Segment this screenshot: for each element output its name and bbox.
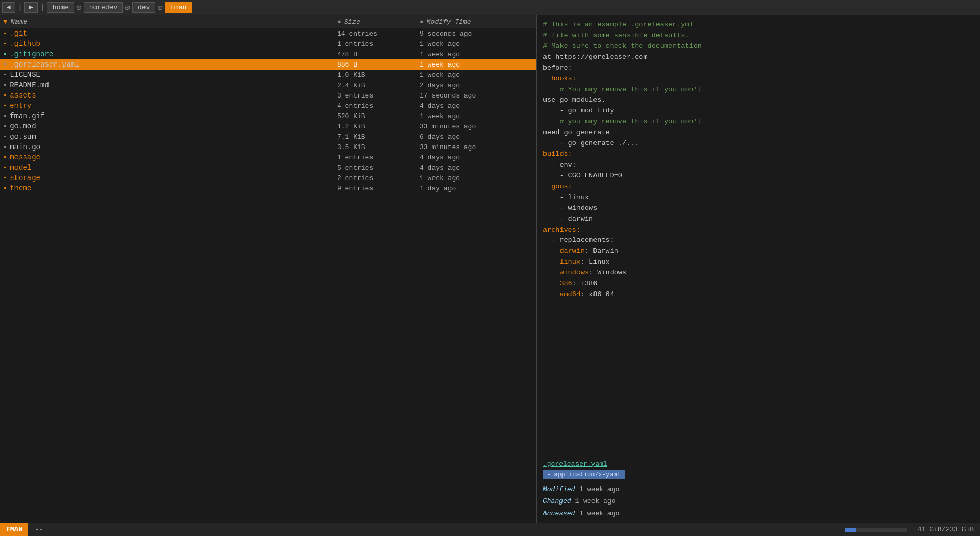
file-time-cell: 33 minutes ago bbox=[420, 123, 533, 131]
file-time-cell: 1 week ago bbox=[420, 112, 533, 120]
file-name-text: entry bbox=[10, 102, 31, 110]
file-name-text: assets bbox=[10, 91, 36, 100]
file-list-header: ▼ Name ● Size ● Modify Time bbox=[0, 15, 536, 28]
file-name-cell: ▪ storage bbox=[3, 174, 337, 182]
file-name-cell: ▪ go.sum bbox=[3, 133, 337, 141]
file-icon: ▪ bbox=[3, 123, 7, 130]
file-row[interactable]: ▪ go.mod 1.2 KiB 33 minutes ago bbox=[0, 121, 536, 132]
file-row[interactable]: ▪ storage 2 entries 1 week ago bbox=[0, 173, 536, 183]
file-name-cell: ▪ go.mod bbox=[3, 122, 337, 131]
file-name-text: main.go bbox=[10, 143, 40, 151]
header-name: ▼ Name bbox=[3, 18, 337, 26]
file-info: .goreleaser.yaml ▪ application/x-yaml Mo… bbox=[537, 457, 980, 523]
file-size-cell: 14 entries bbox=[337, 30, 420, 38]
header-time: ● Modify Time bbox=[420, 18, 533, 26]
file-size-cell: 2.4 KiB bbox=[337, 82, 420, 89]
file-size-cell: 4 entries bbox=[337, 102, 420, 110]
file-list: ▪ .git 14 entries 9 seconds ago ▪ .githu… bbox=[0, 28, 536, 523]
file-size-cell: 5 entries bbox=[337, 164, 420, 172]
file-size-cell: 2 entries bbox=[337, 174, 420, 182]
toolbar: ◄ | ► | home ⊙ noredev ⊙ dev ⊙ fman bbox=[0, 0, 980, 15]
file-name-cell: ▪ model bbox=[3, 164, 337, 172]
file-row[interactable]: ▪ message 1 entries 4 days ago bbox=[0, 152, 536, 163]
file-row[interactable]: ▪ .git 14 entries 9 seconds ago bbox=[0, 28, 536, 39]
file-row[interactable]: ▪ fman.gif 520 KiB 1 week ago bbox=[0, 111, 536, 121]
file-time-cell: 1 week ago bbox=[420, 51, 533, 58]
dir-icon: ▪ bbox=[3, 185, 7, 192]
dir-icon: ▪ bbox=[3, 174, 7, 182]
sep-icon-2: | bbox=[39, 3, 46, 12]
forward-button[interactable]: ► bbox=[24, 2, 38, 13]
file-row[interactable]: ▪ theme 9 entries 1 day ago bbox=[0, 183, 536, 193]
file-row[interactable]: ▪ .gitignore 478 B 1 week ago bbox=[0, 49, 536, 59]
file-time-cell: 4 days ago bbox=[420, 102, 533, 110]
file-name-text: README.md bbox=[10, 81, 49, 89]
file-row[interactable]: ▪ main.go 3.5 KiB 33 minutes ago bbox=[0, 142, 536, 152]
file-name-text: model bbox=[10, 164, 31, 172]
breadcrumb-sep-1: ⊙ bbox=[75, 3, 83, 13]
file-row[interactable]: ▪ LICENSE 1.0 KiB 1 week ago bbox=[0, 70, 536, 80]
dir-icon: ▪ bbox=[3, 164, 7, 171]
disk-progress-bar bbox=[845, 528, 907, 532]
file-size-cell: 9 entries bbox=[337, 185, 420, 192]
file-row[interactable]: ▪ entry 4 entries 4 days ago bbox=[0, 101, 536, 111]
home-tab[interactable]: home bbox=[47, 2, 74, 13]
dir-icon: ▪ bbox=[3, 30, 7, 37]
file-name-text: .goreleaser.yaml bbox=[10, 60, 79, 69]
accessed-value: 1 week ago bbox=[579, 510, 619, 517]
file-icon: ▪ bbox=[3, 143, 7, 151]
sort-indicator-name: ▼ bbox=[3, 18, 7, 26]
preview-content[interactable]: # This is an example .goreleaser.yml # f… bbox=[537, 15, 980, 457]
file-row[interactable]: ▪ assets 3 entries 17 seconds ago bbox=[0, 90, 536, 101]
file-name-cell: ▪ LICENSE bbox=[3, 71, 337, 79]
file-icon-small: ▪ bbox=[547, 471, 551, 478]
noredev-tab[interactable]: noredev bbox=[84, 2, 123, 13]
file-size-cell: 478 B bbox=[337, 51, 420, 58]
file-meta: Modified 1 week ago Changed 1 week ago A… bbox=[543, 483, 974, 519]
accessed-row: Accessed 1 week ago bbox=[543, 508, 974, 519]
file-row[interactable]: ▪ .goreleaser.yaml 886 B 1 week ago bbox=[0, 59, 536, 70]
file-name-text: go.sum bbox=[10, 133, 36, 141]
file-time-cell: 4 days ago bbox=[420, 154, 533, 161]
file-time-cell: 9 seconds ago bbox=[420, 30, 533, 38]
sort-indicator-size: ● bbox=[337, 18, 341, 26]
back-button[interactable]: ◄ bbox=[2, 2, 15, 13]
file-time-cell: 2 days ago bbox=[420, 82, 533, 89]
breadcrumb-sep-3: ⊙ bbox=[156, 3, 164, 13]
fman-tab[interactable]: fman bbox=[165, 2, 192, 13]
file-icon: ▪ bbox=[3, 61, 7, 68]
file-row[interactable]: ▪ model 5 entries 4 days ago bbox=[0, 163, 536, 173]
file-name-text: .github bbox=[10, 40, 40, 48]
modified-value: 1 week ago bbox=[579, 485, 619, 493]
changed-value: 1 week ago bbox=[575, 497, 615, 505]
status-mode: -- bbox=[28, 526, 49, 533]
file-row[interactable]: ▪ go.sum 7.1 KiB 6 days ago bbox=[0, 132, 536, 142]
main-area: ▼ Name ● Size ● Modify Time ▪ .git 14 en… bbox=[0, 15, 980, 523]
file-row[interactable]: ▪ .github 1 entries 1 week ago bbox=[0, 39, 536, 49]
file-name-cell: ▪ .gitignore bbox=[3, 50, 337, 58]
file-row[interactable]: ▪ README.md 2.4 KiB 2 days ago bbox=[0, 80, 536, 90]
preview-panel: # This is an example .goreleaser.yml # f… bbox=[537, 15, 980, 523]
file-size-cell: 1.0 KiB bbox=[337, 71, 420, 79]
changed-row: Changed 1 week ago bbox=[543, 495, 974, 507]
header-name-label: Name bbox=[10, 18, 28, 26]
file-time-cell: 1 week ago bbox=[420, 40, 533, 48]
file-name-text: go.mod bbox=[10, 122, 36, 131]
file-size-cell: 3 entries bbox=[337, 92, 420, 100]
mime-badge: ▪ application/x-yaml bbox=[543, 470, 625, 479]
file-size-cell: 7.1 KiB bbox=[337, 133, 420, 141]
preview-filename: .goreleaser.yaml bbox=[543, 460, 974, 468]
disk-usage-label: 41 GiB/233 GiB bbox=[911, 526, 980, 533]
file-size-cell: 3.5 KiB bbox=[337, 143, 420, 151]
header-size-label: Size bbox=[344, 18, 360, 26]
file-time-cell: 1 day ago bbox=[420, 185, 533, 192]
dir-icon: ▪ bbox=[3, 102, 7, 109]
dev-tab[interactable]: dev bbox=[132, 2, 155, 13]
file-time-cell: 4 days ago bbox=[420, 164, 533, 172]
file-time-cell: 1 week ago bbox=[420, 61, 533, 69]
file-name-cell: ▪ theme bbox=[3, 184, 337, 192]
mime-label: application/x-yaml bbox=[554, 471, 621, 478]
file-icon: ▪ bbox=[3, 51, 7, 58]
file-name-cell: ▪ message bbox=[3, 153, 337, 161]
file-name-text: fman.gif bbox=[10, 112, 44, 120]
